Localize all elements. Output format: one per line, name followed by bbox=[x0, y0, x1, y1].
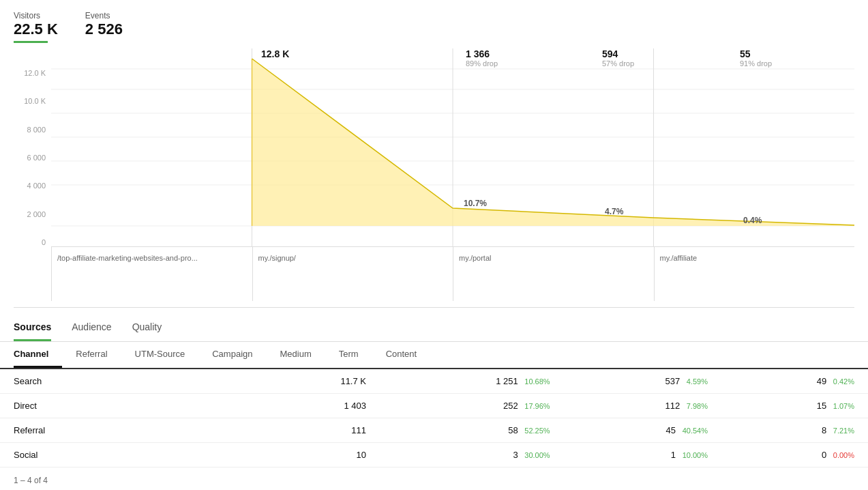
row-col2: 58 52.25% bbox=[380, 418, 564, 443]
subtab-content[interactable]: Content bbox=[386, 342, 431, 368]
row-name: Search bbox=[0, 369, 260, 394]
pagination: 1 – 4 of 4 bbox=[0, 467, 868, 490]
url-label-3: my./portal bbox=[453, 247, 654, 301]
row-col1: 10 bbox=[260, 443, 380, 467]
row-col2-pct: 52.25% bbox=[524, 427, 550, 435]
row-col3: 112 7.98% bbox=[564, 394, 721, 418]
stage-2-label: 1 366 89% drop bbox=[466, 48, 498, 68]
stage-1-label: 12.8 K bbox=[261, 48, 289, 59]
row-col2: 1 251 10.68% bbox=[380, 369, 564, 394]
row-col4-pct: 1.07% bbox=[833, 402, 854, 410]
tab-sources[interactable]: Sources bbox=[14, 315, 51, 341]
visitors-label: Visitors bbox=[14, 11, 58, 20]
visitors-metric: Visitors 22.5 K bbox=[14, 11, 58, 43]
row-col3-pct: 10.00% bbox=[683, 451, 708, 459]
url-label-2: my./signup/ bbox=[252, 247, 453, 301]
table-row: Social 10 3 30.00% 1 10.00% 0 0.00% bbox=[0, 443, 868, 467]
url-labels: /top-affiliate-marketing-websites-and-pr… bbox=[51, 246, 854, 301]
y-axis: 12.0 K 10.0 K 8 000 6 000 4 000 2 000 0 bbox=[14, 48, 51, 246]
y-label-6: 0 bbox=[14, 238, 51, 246]
row-col4: 15 1.07% bbox=[721, 394, 868, 418]
stage-4-label: 55 91% drop bbox=[740, 48, 772, 68]
svg-marker-10 bbox=[252, 59, 855, 226]
funnel-svg bbox=[51, 48, 854, 246]
row-col3-pct: 7.98% bbox=[687, 402, 708, 410]
visitors-value: 22.5 K bbox=[14, 20, 58, 38]
visitors-underline bbox=[14, 41, 48, 43]
y-label-5: 2 000 bbox=[14, 210, 51, 218]
subtab-medium[interactable]: Medium bbox=[280, 342, 325, 368]
main-tabs-section: Sources Audience Quality bbox=[0, 315, 868, 342]
url-label-4: my./affiliate bbox=[654, 247, 855, 301]
row-col3: 45 40.54% bbox=[564, 418, 721, 443]
table-row: Search 11.7 K 1 251 10.68% 537 4.59% 49 … bbox=[0, 369, 868, 394]
row-col2-pct: 17.96% bbox=[524, 402, 550, 410]
row-col4-pct: 7.21% bbox=[833, 427, 854, 435]
pct-label-4: 0.4% bbox=[743, 216, 762, 225]
main-tabs: Sources Audience Quality bbox=[14, 315, 854, 341]
subtab-term[interactable]: Term bbox=[339, 342, 372, 368]
tab-quality[interactable]: Quality bbox=[132, 315, 162, 341]
row-name: Direct bbox=[0, 394, 260, 418]
row-col3-pct: 40.54% bbox=[683, 427, 708, 435]
row-col1: 11.7 K bbox=[260, 369, 380, 394]
funnel-container: 12.0 K 10.0 K 8 000 6 000 4 000 2 000 0 bbox=[14, 48, 854, 308]
tab-audience[interactable]: Audience bbox=[72, 315, 111, 341]
y-label-4: 4 000 bbox=[14, 182, 51, 190]
row-col1: 111 bbox=[260, 418, 380, 443]
row-col3-pct: 4.59% bbox=[687, 377, 708, 386]
stage-3-label: 594 57% drop bbox=[602, 48, 634, 68]
events-metric: Events 2 526 bbox=[85, 11, 123, 43]
row-col2: 252 17.96% bbox=[380, 394, 564, 418]
row-col4: 8 7.21% bbox=[721, 418, 868, 443]
subtab-channel[interactable]: Channel bbox=[14, 342, 62, 368]
data-table: Search 11.7 K 1 251 10.68% 537 4.59% 49 … bbox=[0, 369, 868, 467]
row-name: Referral bbox=[0, 418, 260, 443]
row-col2-pct: 30.00% bbox=[524, 451, 550, 459]
row-col2: 3 30.00% bbox=[380, 443, 564, 467]
table-row: Direct 1 403 252 17.96% 112 7.98% 15 1.0… bbox=[0, 394, 868, 418]
y-label-3: 6 000 bbox=[14, 154, 51, 162]
events-label: Events bbox=[85, 11, 123, 20]
row-col4-pct: 0.00% bbox=[833, 451, 854, 459]
row-col4-pct: 0.42% bbox=[833, 377, 854, 386]
y-label-1: 10.0 K bbox=[14, 97, 51, 105]
pct-label-3: 4.7% bbox=[605, 207, 623, 216]
row-col4: 0 0.00% bbox=[721, 443, 868, 467]
row-name: Social bbox=[0, 443, 260, 467]
events-value: 2 526 bbox=[85, 20, 123, 38]
pct-label-2: 10.7% bbox=[464, 199, 487, 208]
subtab-utm-source[interactable]: UTM-Source bbox=[135, 342, 199, 368]
row-col3: 1 10.00% bbox=[564, 443, 721, 467]
table-row: Referral 111 58 52.25% 45 40.54% 8 7.21% bbox=[0, 418, 868, 443]
url-label-1: /top-affiliate-marketing-websites-and-pr… bbox=[51, 247, 252, 301]
sub-tabs: Channel Referral UTM-Source Campaign Med… bbox=[14, 342, 854, 368]
subtab-campaign[interactable]: Campaign bbox=[212, 342, 266, 368]
y-label-0: 12.0 K bbox=[14, 69, 51, 77]
y-label-2: 8 000 bbox=[14, 126, 51, 134]
subtab-referral[interactable]: Referral bbox=[76, 342, 121, 368]
row-col4: 49 0.42% bbox=[721, 369, 868, 394]
row-col2-pct: 10.68% bbox=[524, 377, 550, 386]
row-col1: 1 403 bbox=[260, 394, 380, 418]
metrics-section: Visitors 22.5 K Events 2 526 bbox=[0, 0, 868, 48]
row-col3: 537 4.59% bbox=[564, 369, 721, 394]
sub-tabs-section: Channel Referral UTM-Source Campaign Med… bbox=[0, 342, 868, 369]
